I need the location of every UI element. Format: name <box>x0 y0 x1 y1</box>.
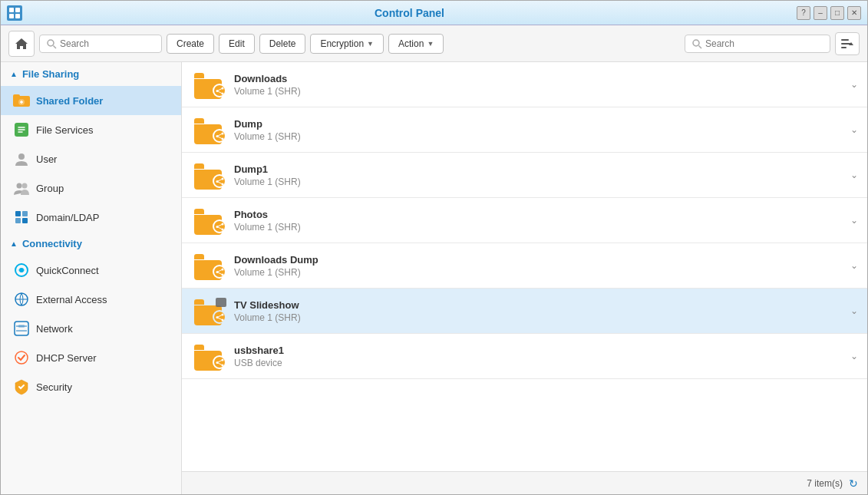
svg-line-48 <box>217 224 223 227</box>
svg-line-34 <box>217 91 223 94</box>
expand-chevron-icon[interactable]: ⌄ <box>850 260 858 271</box>
folder-subtitle: Volume 1 (SHR) <box>234 131 850 142</box>
svg-point-24 <box>19 268 24 272</box>
folder-info: Dump Volume 1 (SHR) <box>234 118 850 142</box>
connectivity-collapse-icon: ▲ <box>10 239 18 248</box>
expand-chevron-icon[interactable]: ⌄ <box>850 79 858 90</box>
file-services-icon <box>13 121 30 138</box>
sidebar-item-dhcp[interactable]: DHCP Server <box>1 343 181 372</box>
folder-subtitle: Volume 1 (SHR) <box>234 222 850 233</box>
quickconnect-icon <box>13 262 30 279</box>
sidebar-item-external-access[interactable]: External Access <box>1 285 181 314</box>
expand-chevron-icon[interactable]: ⌄ <box>850 215 858 226</box>
sidebar-item-quickconnect[interactable]: QuickConnect <box>1 256 181 285</box>
question-button[interactable]: ? <box>797 6 810 20</box>
folder-info: TV Slideshow Volume 1 (SHR) <box>234 299 850 323</box>
content-search-input-wrap[interactable] <box>685 35 830 53</box>
expand-chevron-icon[interactable]: ⌄ <box>850 124 858 135</box>
sidebar-search-input[interactable] <box>60 38 155 49</box>
quickconnect-label: QuickConnect <box>36 265 99 276</box>
svg-line-43 <box>217 179 223 182</box>
external-access-label: External Access <box>36 294 107 305</box>
share-badge <box>213 219 226 233</box>
sidebar-section-connectivity[interactable]: ▲ Connectivity <box>1 232 181 256</box>
share-badge <box>213 265 226 279</box>
sidebar-item-group[interactable]: Group <box>1 173 181 203</box>
encryption-dropdown-arrow: ▼ <box>367 40 374 48</box>
svg-line-44 <box>217 181 223 184</box>
folder-name: Downloads Dump <box>234 254 850 266</box>
folder-row[interactable]: TV Slideshow Volume 1 (SHR) ⌄ <box>182 289 867 334</box>
expand-chevron-icon[interactable]: ⌄ <box>850 170 858 180</box>
folder-icon-wrap <box>191 342 226 371</box>
folder-subtitle: Volume 1 (SHR) <box>234 86 850 97</box>
connectivity-label: Connectivity <box>22 238 82 249</box>
share-badge <box>213 84 226 97</box>
folder-subtitle: USB device <box>234 358 850 368</box>
user-label: User <box>36 153 57 165</box>
folder-tab <box>194 299 204 305</box>
sidebar-item-shared-folder[interactable]: Shared Folder <box>1 86 181 115</box>
content-area: Downloads Volume 1 (SHR) ⌄ Dump Volume 1… <box>182 62 867 494</box>
maximize-button[interactable]: □ <box>830 6 844 20</box>
folder-subtitle: Volume 1 (SHR) <box>234 267 850 278</box>
svg-rect-19 <box>15 211 21 216</box>
folder-row[interactable]: Dump1 Volume 1 (SHR) ⌄ <box>182 153 867 198</box>
svg-rect-28 <box>18 325 25 328</box>
folder-name: TV Slideshow <box>234 299 850 311</box>
sidebar-search-input-wrap[interactable] <box>39 35 162 53</box>
svg-point-29 <box>15 351 28 364</box>
svg-line-39 <box>217 136 223 139</box>
group-icon <box>13 180 30 196</box>
close-button[interactable]: ✕ <box>847 6 861 20</box>
share-badge <box>213 174 226 188</box>
folder-icon-wrap <box>191 206 226 235</box>
folder-row[interactable]: Dump Volume 1 (SHR) ⌄ <box>182 107 867 153</box>
domain-ldap-label: Domain/LDAP <box>36 212 99 223</box>
title-bar-left <box>7 5 22 21</box>
sidebar-item-user[interactable]: User <box>1 144 181 173</box>
folder-icon-wrap <box>191 251 226 280</box>
group-label: Group <box>36 183 64 194</box>
folder-name: Dump1 <box>234 163 850 175</box>
sidebar-item-network[interactable]: Network <box>1 314 181 343</box>
folder-info: Downloads Volume 1 (SHR) <box>234 73 850 97</box>
folder-tab <box>194 209 204 214</box>
action-button[interactable]: Action ▼ <box>388 34 444 54</box>
sidebar-item-domain-ldap[interactable]: Domain/LDAP <box>1 203 181 232</box>
folder-tab <box>194 345 204 350</box>
svg-line-64 <box>217 362 223 365</box>
folder-tab <box>194 163 204 169</box>
svg-line-5 <box>54 45 57 48</box>
folder-row[interactable]: Downloads Dump Volume 1 (SHR) ⌄ <box>182 243 867 289</box>
folder-icon-wrap <box>191 160 226 190</box>
svg-line-54 <box>217 272 223 275</box>
svg-line-58 <box>217 315 223 318</box>
file-sharing-collapse-icon: ▲ <box>10 70 18 78</box>
minimize-button[interactable]: – <box>814 6 827 20</box>
expand-chevron-icon[interactable]: ⌄ <box>850 351 858 361</box>
sort-button[interactable] <box>835 32 860 55</box>
folder-row[interactable]: usbshare1 USB device ⌄ <box>182 334 867 379</box>
sidebar-item-security[interactable]: Security <box>1 372 181 401</box>
folder-row[interactable]: Downloads Volume 1 (SHR) ⌄ <box>182 62 867 107</box>
folder-row[interactable]: Photos Volume 1 (SHR) ⌄ <box>182 198 867 243</box>
content-search-input[interactable] <box>705 38 823 49</box>
sidebar-item-file-services[interactable]: File Services <box>1 115 181 144</box>
svg-rect-8 <box>841 39 849 41</box>
svg-rect-27 <box>15 322 28 335</box>
folder-name: Dump <box>234 118 850 130</box>
folder-tab <box>194 73 204 78</box>
share-badge <box>213 310 226 324</box>
edit-button[interactable]: Edit <box>219 34 255 54</box>
encryption-button[interactable]: Encryption ▼ <box>310 34 384 54</box>
sidebar-section-file-sharing[interactable]: ▲ File Sharing <box>1 62 181 86</box>
refresh-button[interactable]: ↻ <box>849 477 858 490</box>
home-button[interactable] <box>8 31 35 57</box>
create-button[interactable]: Create <box>167 34 214 54</box>
status-bar: 7 item(s) ↻ <box>182 471 867 494</box>
folder-subtitle: Volume 1 (SHR) <box>234 177 850 187</box>
svg-rect-3 <box>15 14 20 18</box>
delete-button[interactable]: Delete <box>259 34 306 54</box>
expand-chevron-icon[interactable]: ⌄ <box>850 305 858 316</box>
